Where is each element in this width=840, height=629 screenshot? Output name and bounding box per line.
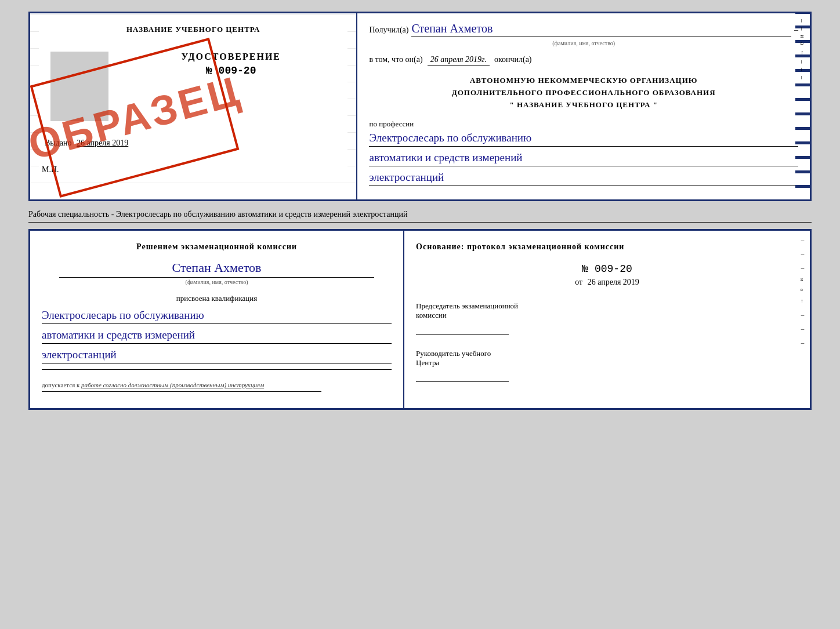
rukovoditel-role: Руководитель учебного Центра [416,349,798,382]
poluchil-line: Получил(а) Степан Ахметов – [369,22,798,37]
qual-line-2: автоматики и средств измерений [42,329,392,344]
prisvoena: присвоена квалификация [42,294,392,303]
bottom-right: Основание: протокол экзаменационной коми… [404,231,810,408]
protocol-date: от 26 апреля 2019 [416,278,798,287]
poluchil-name: Степан Ахметов [411,22,791,37]
predsedatel-role: Председатель экзаменационной комиссии [416,301,798,335]
left-panel: НАЗВАНИЕ УЧЕБНОГО ЦЕНТРА УДОСТОВЕРЕНИЕ №… [30,13,357,199]
profession-line-1: Электрослесарь по обслуживанию [369,132,798,147]
profession-line-2: автоматики и средств измерений [369,151,798,166]
predsedatel-block: Председатель экзаменационной комиссии [416,301,798,335]
qual-line-3: электростанций [42,348,392,363]
osnovanie-title: Основание: протокол экзаменационной коми… [416,242,798,252]
bottom-document: Решением экзаменационной комиссии Степан… [28,229,812,410]
rukovoditel-signature-line [416,370,509,382]
bottom-name: Степан Ахметов [42,260,392,275]
cert-udostoverenie: УДОСТОВЕРЕНИЕ [114,52,347,62]
top-document: НАЗВАНИЕ УЧЕБНОГО ЦЕНТРА УДОСТОВЕРЕНИЕ №… [28,12,812,201]
dopuskaetsya: допускается к работе согласно должностны… [42,381,392,388]
photo-placeholder [50,52,108,121]
cert-number: № 009-20 [114,65,347,77]
protocol-number: № 009-20 [416,263,798,275]
profession-line-3: электростанций [369,171,798,186]
specialty-label: Рабочая специальность - Электрослесарь п… [28,207,812,223]
qual-line-1: Электрослесарь по обслуживанию [42,309,392,324]
rukovoditel-block: Руководитель учебного Центра [416,349,798,382]
bottom-fio-subtitle: (фамилия, имя, отчество) [59,277,374,285]
cert-date: 26 апреля 2019г. [428,55,490,66]
right-side-marks: – – и а ← – – – [795,13,810,199]
org-block: АВТОНОМНУЮ НЕКОММЕРЧЕСКУЮ ОРГАНИЗАЦИЮ ДО… [369,75,798,111]
po-professii: по профессии [369,119,798,129]
cert-issued: Выдано 26 апреля 2019 [39,139,347,148]
right-panel: Получил(а) Степан Ахметов – (фамилия, им… [357,13,810,199]
right-side-marks-bottom: – – – и а ← – – – [795,231,810,408]
cert-title: НАЗВАНИЕ УЧЕБНОГО ЦЕНТРА [39,25,347,34]
page-wrapper: НАЗВАНИЕ УЧЕБНОГО ЦЕНТРА УДОСТОВЕРЕНИЕ №… [28,12,812,410]
bottom-left: Решением экзаменационной комиссии Степан… [30,231,404,408]
v-tom-line: в том, что он(а) 26 апреля 2019г. окончи… [369,55,798,66]
fio-subtitle-top: (фамилия, имя, отчество) [369,40,798,46]
left-panel-inner: НАЗВАНИЕ УЧЕБНОГО ЦЕНТРА УДОСТОВЕРЕНИЕ №… [39,25,347,174]
predsedatel-signature-line [416,323,509,335]
dopuskaetsya-value: работе согласно должностным (производств… [81,381,264,388]
cert-mp: М.П. [39,165,347,174]
resheniem-title: Решением экзаменационной комиссии [42,242,392,252]
